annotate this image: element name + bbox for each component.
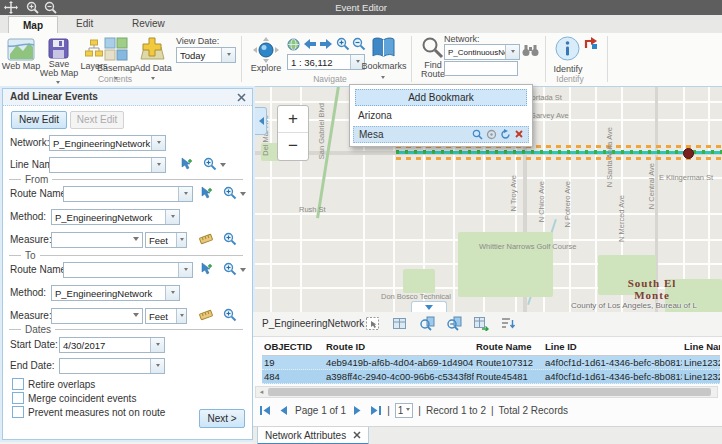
dropdown-arrow-icon[interactable] xyxy=(150,338,164,352)
map-scale-dropdown[interactable]: 1 : 36,112 xyxy=(287,54,365,70)
route-search-input[interactable] xyxy=(444,61,518,76)
select-route-on-map-icon[interactable] xyxy=(199,186,214,201)
previous-extent-icon[interactable] xyxy=(303,38,317,52)
collapse-panel-left-button[interactable] xyxy=(253,107,267,135)
from-measure-combo[interactable] xyxy=(51,232,143,248)
new-edit-button[interactable]: New Edit xyxy=(11,111,67,129)
first-page-icon[interactable] xyxy=(259,405,272,416)
show-selected-icon[interactable] xyxy=(392,316,408,332)
measure-ruler-icon[interactable] xyxy=(199,232,214,247)
previous-page-icon[interactable] xyxy=(277,405,290,416)
horizontal-scrollbar[interactable]: ◂ xyxy=(255,386,718,398)
next-edit-button[interactable]: Next Edit xyxy=(70,111,124,129)
bookmark-zoom-icon[interactable] xyxy=(472,129,483,140)
identify-label[interactable]: Identify xyxy=(550,64,586,74)
binoculars-icon[interactable] xyxy=(522,43,539,59)
select-records-icon[interactable] xyxy=(365,316,381,332)
dropdown-arrow-icon[interactable] xyxy=(151,136,165,150)
table-row[interactable]: 484 a398ff4c-2940-4c00-96b6-c5343f8f1711… xyxy=(262,370,720,384)
from-route-name-dropdown[interactable] xyxy=(63,186,193,202)
web-map-icon[interactable] xyxy=(7,38,35,63)
prevent-measures-checkbox[interactable] xyxy=(12,406,24,418)
tab-edit[interactable]: Edit xyxy=(62,15,107,32)
select-route-on-map-icon[interactable] xyxy=(199,262,214,277)
tab-map[interactable]: Map xyxy=(8,16,58,34)
line-zoom-caret-icon[interactable] xyxy=(220,163,226,170)
route-zoom-caret-icon[interactable] xyxy=(240,268,246,275)
zoom-out-icon[interactable] xyxy=(352,37,366,53)
line-zoom-icon[interactable] xyxy=(203,157,218,172)
column-header[interactable]: Line Name xyxy=(682,340,720,355)
dropdown-arrow-icon[interactable] xyxy=(165,286,179,300)
zoom-to-selected-icon[interactable] xyxy=(419,316,435,332)
layers-icon[interactable] xyxy=(84,39,104,61)
route-zoom-icon[interactable] xyxy=(223,262,238,277)
bookmarks-caret-icon[interactable] xyxy=(381,76,385,81)
network-dropdown[interactable]: P_ContinuousNetwork xyxy=(444,44,520,60)
measure-ruler-icon[interactable] xyxy=(199,308,214,323)
last-page-icon[interactable] xyxy=(369,405,382,416)
save-web-map-caret-icon[interactable] xyxy=(56,81,60,86)
tab-close-icon[interactable] xyxy=(353,431,361,439)
bookmark-delete-icon[interactable] xyxy=(514,129,524,139)
measure-zoom-icon[interactable] xyxy=(223,232,238,247)
start-date-dropdown[interactable]: 4/30/2017 xyxy=(59,337,165,353)
route-zoom-caret-icon[interactable] xyxy=(240,192,246,199)
map-zoom-in-button[interactable]: + xyxy=(278,106,308,133)
panel-close-icon[interactable] xyxy=(237,93,246,102)
next-extent-icon[interactable] xyxy=(319,38,333,52)
column-header[interactable]: Route Name xyxy=(474,340,543,355)
view-date-dropdown-arrow-icon[interactable] xyxy=(221,48,235,62)
to-route-name-dropdown[interactable] xyxy=(63,262,193,278)
panel-network-dropdown[interactable]: P_EngineeringNetwork xyxy=(49,135,166,151)
column-header[interactable]: Route ID xyxy=(324,340,474,355)
add-data-caret-icon[interactable] xyxy=(151,77,155,82)
bookmarks-label[interactable]: Bookmarks xyxy=(360,61,408,71)
table-row[interactable]: 19 4eb9419b-af6b-4d04-ab69-1d490476802b … xyxy=(262,356,720,370)
dropdown-arrow-icon[interactable] xyxy=(151,158,165,172)
bookmark-item-arizona[interactable]: Arizona xyxy=(353,108,529,123)
to-measure-combo[interactable] xyxy=(51,308,143,324)
column-header[interactable]: Line ID xyxy=(543,340,682,355)
add-bookmark-button[interactable]: Add Bookmark xyxy=(355,89,527,106)
dropdown-arrow-icon[interactable] xyxy=(176,309,186,323)
explore-label[interactable]: Explore xyxy=(246,63,286,73)
save-web-map-icon[interactable] xyxy=(48,38,69,61)
next-page-icon[interactable] xyxy=(351,405,364,416)
column-header[interactable]: OBJECTID xyxy=(262,340,324,355)
identify-route-icon[interactable] xyxy=(584,36,598,52)
end-date-dropdown[interactable] xyxy=(59,358,165,374)
basemap-label[interactable]: Basemap xyxy=(96,63,136,73)
scrollbar-thumb[interactable] xyxy=(268,388,711,396)
network-dropdown-arrow-icon[interactable] xyxy=(505,45,519,59)
bookmarks-icon[interactable] xyxy=(371,36,396,61)
dropdown-arrow-icon[interactable] xyxy=(165,210,179,224)
line-name-dropdown[interactable] xyxy=(49,157,166,173)
export-table-icon[interactable] xyxy=(473,316,489,332)
sort-icon[interactable] xyxy=(501,316,517,332)
bookmark-item-mesa[interactable]: Mesa xyxy=(353,126,529,143)
globe-icon[interactable] xyxy=(287,38,300,53)
zoom-in-icon[interactable] xyxy=(336,37,350,53)
dropdown-arrow-icon[interactable] xyxy=(150,359,164,373)
bookmark-refresh-icon[interactable] xyxy=(500,129,511,140)
web-map-label[interactable]: Web Map xyxy=(0,61,42,71)
identify-icon[interactable] xyxy=(554,35,581,64)
pan-to-selected-icon[interactable] xyxy=(446,316,462,332)
explore-icon[interactable] xyxy=(253,37,279,65)
merge-coincident-checkbox[interactable] xyxy=(12,392,24,404)
measure-zoom-icon[interactable] xyxy=(223,308,238,323)
retire-overlaps-checkbox[interactable] xyxy=(12,378,24,390)
page-number-dropdown[interactable]: 1 xyxy=(395,403,414,418)
tab-network-attributes[interactable]: Network Attributes xyxy=(257,427,369,444)
basemap-icon[interactable] xyxy=(104,37,128,63)
dropdown-arrow-icon[interactable] xyxy=(178,263,192,277)
select-line-on-map-icon[interactable] xyxy=(179,157,194,172)
from-method-dropdown[interactable]: P_EngineeringNetwork xyxy=(51,209,180,225)
add-data-icon[interactable] xyxy=(140,37,165,63)
find-route-icon[interactable] xyxy=(421,36,445,62)
dropdown-arrow-icon[interactable] xyxy=(176,233,186,247)
view-date-dropdown[interactable]: Today xyxy=(176,47,236,63)
to-unit-dropdown[interactable]: Feet xyxy=(145,308,187,324)
dropdown-arrow-icon[interactable] xyxy=(178,187,192,201)
